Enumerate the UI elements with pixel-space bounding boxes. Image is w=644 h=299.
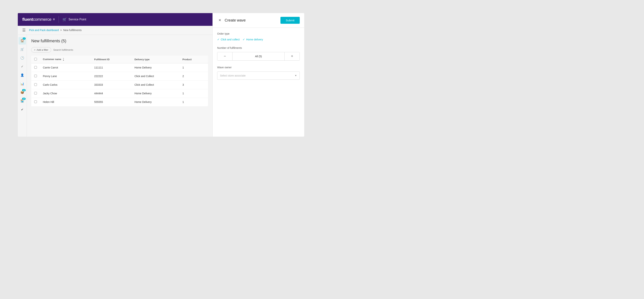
breadcrumb-current: New fulfillments <box>63 29 82 32</box>
row-checkbox-2[interactable] <box>34 83 37 86</box>
app-header: fluentcommerce ≡ 🛒 Service Point <box>18 13 212 26</box>
row-fulfillment-id-0: 111111 <box>91 63 132 72</box>
row-products-0: 1 <box>179 63 208 72</box>
check-collect-icon: ✓ <box>217 38 220 41</box>
main-content: New fulfillments (5) + Add a filter <box>27 35 212 137</box>
order-type-options: ✓ Click and collect ✓ Home delivery <box>217 38 300 41</box>
sidebar-item-reports[interactable]: 📊 <box>18 80 26 88</box>
row-fulfillment-id-4: 555555 <box>91 98 132 106</box>
stepper-control: − All (5) + <box>217 52 300 61</box>
row-checkbox-3[interactable] <box>34 92 37 94</box>
row-delivery-type-4: Home Delivery <box>132 98 179 106</box>
panel-close-button[interactable]: ✕ <box>217 17 222 23</box>
row-delivery-type-2: Click and Collect <box>132 80 179 89</box>
table-row: Jacky Chow 444444 Home Delivery 1 <box>31 89 208 98</box>
reports-icon: 📊 <box>20 82 24 85</box>
sidebar-item-home[interactable]: 🏠 7 <box>18 37 26 44</box>
select-all-header[interactable] <box>31 55 40 63</box>
order-type-label: Order type <box>217 32 300 35</box>
row-checkbox-4[interactable] <box>34 100 37 103</box>
row-checkbox-1[interactable] <box>34 75 37 77</box>
select-all-checkbox[interactable] <box>34 58 37 60</box>
num-fulfillments-label: Number of fulfilments <box>217 46 300 49</box>
col-customer-name: Customer name ▼ ▲ <box>40 55 91 63</box>
sidebar-item-history[interactable]: 🕐 <box>18 54 26 62</box>
sort-up-icon: ▲ <box>63 59 64 61</box>
clock-icon: 🕐 <box>20 56 24 60</box>
sidebar-item-verify[interactable]: ✔ <box>18 106 26 113</box>
panel-body: Order type ✓ Click and collect ✓ Home de… <box>213 28 304 137</box>
row-checkbox-0[interactable] <box>34 66 37 69</box>
col-product: Product <box>179 55 208 63</box>
panel-title: Create wave <box>225 18 246 22</box>
stepper-plus-button[interactable]: + <box>284 52 300 60</box>
row-checkbox-cell[interactable] <box>31 89 40 98</box>
sidebar-item-orders[interactable]: 🛒 <box>18 46 26 53</box>
row-delivery-type-0: Home Delivery <box>132 63 179 72</box>
create-wave-panel: ✕ Create wave Submit Order type ✓ Click … <box>212 13 304 137</box>
row-customer-1: Penny Lane <box>40 72 91 80</box>
breadcrumb-separator: > <box>60 29 62 32</box>
breadcrumb-bar: ☰ Pick and Pack dashboard > New fulfillm… <box>18 26 212 35</box>
row-delivery-type-3: Home Delivery <box>132 89 179 98</box>
sidebar-item-stores[interactable]: 🏪 10 <box>18 97 26 105</box>
table-row: Penny Lane 222222 Click and Collect 2 <box>31 72 208 80</box>
row-checkbox-cell[interactable] <box>31 98 40 106</box>
cart-icon: 🛒 <box>62 17 67 21</box>
header-service: 🛒 Service Point <box>62 17 86 21</box>
service-label: Service Point <box>68 18 86 21</box>
sort-icons[interactable]: ▼ ▲ <box>63 58 64 61</box>
menu-icon[interactable]: ☰ <box>22 28 26 32</box>
panel-header-left: ✕ Create wave <box>217 17 246 23</box>
row-checkbox-cell[interactable] <box>31 80 40 89</box>
row-products-3: 1 <box>179 89 208 98</box>
sidebar-item-completed[interactable]: ✓ <box>18 63 26 70</box>
breadcrumb-home[interactable]: Pick and Pack dashboard <box>29 29 59 32</box>
sidebar-item-users[interactable]: 👤 <box>18 71 26 79</box>
wave-owner-section: Wave owner Select store associate ▼ <box>217 66 300 80</box>
row-customer-4: Helen Hill <box>40 98 91 106</box>
stores-badge: 10 <box>22 98 26 100</box>
user-icon: 👤 <box>20 73 24 77</box>
add-filter-button[interactable]: + Add a filter <box>31 47 51 52</box>
verify-icon: ✔ <box>21 108 24 111</box>
logo-icon: ≡ <box>53 17 55 21</box>
stepper-minus-button[interactable]: − <box>217 52 232 60</box>
add-filter-label: Add a filter <box>37 48 48 51</box>
app-body: 🏠 7 🛒 🕐 ✓ 👤 📊 📦 <box>18 35 212 137</box>
stepper-value: All (5) <box>232 52 284 60</box>
page-title: New fulfillments (5) <box>31 38 208 43</box>
row-fulfillment-id-2: 333333 <box>91 80 132 89</box>
table-header-row: Customer name ▼ ▲ Fulfillment ID Deliver… <box>31 55 208 63</box>
row-fulfillment-id-1: 222222 <box>91 72 132 80</box>
option-home-delivery[interactable]: ✓ Home delivery <box>242 38 263 41</box>
submit-button[interactable]: Submit <box>280 17 300 24</box>
row-delivery-type-1: Click and Collect <box>132 72 179 80</box>
search-input[interactable] <box>53 48 208 51</box>
check-delivery-icon: ✓ <box>242 38 245 41</box>
check-icon: ✓ <box>21 65 24 68</box>
dropdown-arrow-icon: ▼ <box>295 74 297 77</box>
logo-text: fluentcommerce <box>22 17 52 22</box>
wave-owner-placeholder: Select store associate <box>220 74 246 77</box>
row-customer-0: Carrie Carrot <box>40 63 91 72</box>
toolbar: + Add a filter <box>31 47 208 52</box>
row-checkbox-cell[interactable] <box>31 63 40 72</box>
row-fulfillment-id-3: 444444 <box>91 89 132 98</box>
num-fulfillments-section: Number of fulfilments − All (5) + <box>217 46 300 61</box>
sidebar-item-packages[interactable]: 📦 10 <box>18 89 26 96</box>
col-delivery-type: Delivery type <box>132 55 179 63</box>
order-type-section: Order type ✓ Click and collect ✓ Home de… <box>217 32 300 41</box>
row-customer-3: Jacky Chow <box>40 89 91 98</box>
col-fulfillment-id: Fulfillment ID <box>91 55 132 63</box>
option-click-collect[interactable]: ✓ Click and collect <box>217 38 240 41</box>
sidebar: 🏠 7 🛒 🕐 ✓ 👤 📊 📦 <box>18 35 27 137</box>
home-badge: 7 <box>23 37 26 40</box>
plus-icon: + <box>34 48 36 51</box>
row-products-4: 1 <box>179 98 208 106</box>
row-checkbox-cell[interactable] <box>31 72 40 80</box>
table-row: Carrie Carrot 111111 Home Delivery 1 <box>31 63 208 72</box>
orders-icon: 🛒 <box>20 47 24 51</box>
table-row: Helen Hill 555555 Home Delivery 1 <box>31 98 208 106</box>
wave-owner-dropdown[interactable]: Select store associate ▼ <box>217 71 300 80</box>
